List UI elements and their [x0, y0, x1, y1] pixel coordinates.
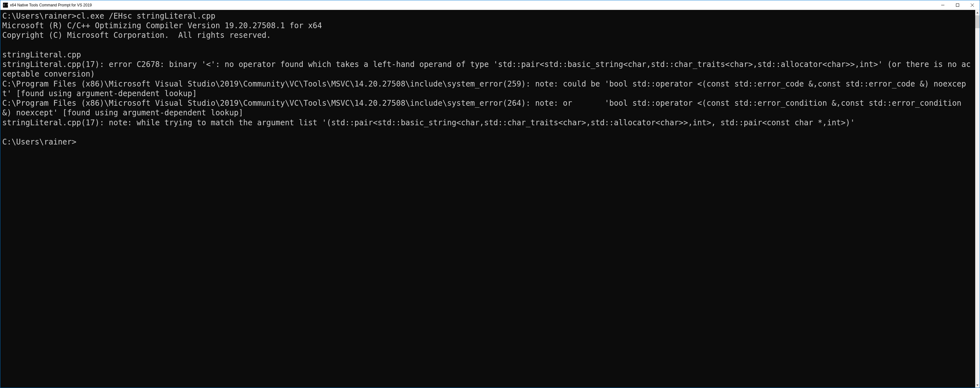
- terminal-line: C:\Program Files (x86)\Microsoft Visual …: [2, 98, 973, 117]
- terminal-line: stringLiteral.cpp(17): note: while tryin…: [2, 118, 973, 128]
- scroll-up-arrow-icon[interactable]: [975, 10, 980, 15]
- terminal-line: stringLiteral.cpp: [2, 50, 973, 60]
- svg-marker-7: [977, 385, 978, 386]
- scroll-thumb[interactable]: [975, 15, 980, 28]
- terminal-output[interactable]: C:\Users\rainer>cl.exe /EHsc stringLiter…: [0, 10, 975, 388]
- scroll-track[interactable]: [975, 15, 980, 382]
- terminal-line: Microsoft (R) C/C++ Optimizing Compiler …: [2, 21, 973, 30]
- window-controls: [935, 0, 980, 10]
- svg-text:C:\: C:\: [3, 3, 8, 7]
- maximize-button[interactable]: [950, 0, 965, 10]
- cmd-icon: C:\: [3, 3, 8, 8]
- terminal-line: C:\Program Files (x86)\Microsoft Visual …: [2, 79, 973, 98]
- svg-marker-6: [977, 12, 978, 13]
- window-frame: C:\ x64 Native Tools Command Prompt for …: [0, 0, 980, 388]
- titlebar[interactable]: C:\ x64 Native Tools Command Prompt for …: [0, 0, 980, 10]
- terminal-line: C:\Users\rainer>: [2, 137, 973, 147]
- close-button[interactable]: [965, 0, 980, 10]
- terminal-line: C:\Users\rainer>cl.exe /EHsc stringLiter…: [2, 11, 973, 21]
- svg-rect-3: [956, 3, 959, 6]
- vertical-scrollbar[interactable]: [975, 10, 980, 388]
- client-area: C:\Users\rainer>cl.exe /EHsc stringLiter…: [0, 10, 980, 388]
- terminal-line: stringLiteral.cpp(17): error C2678: bina…: [2, 60, 973, 79]
- terminal-line: [2, 128, 973, 137]
- terminal-line: [2, 40, 973, 50]
- minimize-button[interactable]: [935, 0, 950, 10]
- terminal-line: Copyright (C) Microsoft Corporation. All…: [2, 30, 973, 40]
- window-title: x64 Native Tools Command Prompt for VS 2…: [10, 3, 92, 7]
- scroll-down-arrow-icon[interactable]: [975, 382, 980, 388]
